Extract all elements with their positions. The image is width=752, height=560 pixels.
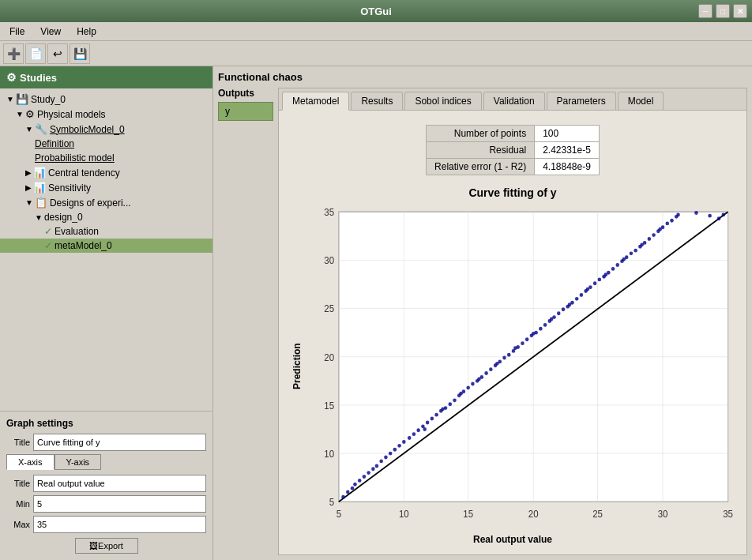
menu-file[interactable]: File: [3, 24, 31, 39]
value-relative-error: 4.18848e-9: [535, 159, 600, 175]
label-metamodel: metaModel_0: [55, 240, 112, 251]
undo-button[interactable]: ↩: [47, 43, 68, 64]
x-axis-tab[interactable]: X-axis: [6, 454, 55, 470]
tree-item-evaluation[interactable]: ✓ Evaluation: [0, 224, 212, 239]
svg-point-99: [652, 233, 656, 237]
svg-point-113: [532, 332, 536, 336]
svg-point-118: [622, 257, 626, 261]
export-label: Export: [98, 541, 123, 551]
svg-point-103: [670, 219, 674, 223]
save-button[interactable]: 💾: [70, 43, 90, 64]
menu-view[interactable]: View: [34, 24, 67, 39]
chart-container: Curve fitting of y Prediction: [285, 183, 740, 548]
tab-model[interactable]: Model: [618, 92, 664, 110]
open-button[interactable]: 📄: [25, 43, 46, 64]
tree-item-metamodel[interactable]: ✓ metaModel_0: [0, 239, 212, 253]
tree-item-symbolic[interactable]: ▼ 🔧 SymbolicModel_0: [0, 122, 212, 137]
chart-svg: 35 30 25 20 15 10 5 5: [303, 202, 737, 531]
new-button[interactable]: ➕: [3, 43, 24, 64]
content-area: Outputs y Metamodel Results Sobol indice…: [218, 88, 747, 555]
maximize-button[interactable]: □: [716, 4, 730, 18]
svg-point-42: [393, 448, 397, 452]
tab-results[interactable]: Results: [351, 92, 403, 110]
close-button[interactable]: ✕: [733, 4, 747, 18]
svg-point-59: [471, 382, 475, 386]
label-relative-error: Relative error (1 - R2): [427, 159, 535, 175]
value-points: 100: [535, 126, 600, 142]
svg-point-44: [402, 440, 406, 444]
svg-point-40: [384, 456, 388, 460]
label-evaluation: Evaluation: [55, 226, 99, 237]
left-panel: ⚙ Studies ▼ 💾 Study_0 ▼ ⚙ Physical model…: [0, 66, 213, 560]
save-icon: 💾: [16, 93, 28, 105]
svg-point-31: [346, 490, 350, 494]
app-title: OTGui: [360, 6, 392, 17]
svg-point-71: [525, 337, 529, 341]
svg-text:10: 10: [399, 509, 409, 520]
tree-item-study0[interactable]: ▼ 💾 Study_0: [0, 92, 212, 107]
outputs-label: Outputs: [218, 88, 273, 99]
tree-item-probabilistic[interactable]: Probabilistic model: [0, 151, 212, 165]
svg-point-90: [611, 267, 615, 271]
svg-point-82: [575, 297, 579, 301]
svg-point-114: [550, 318, 554, 321]
menu-help[interactable]: Help: [70, 24, 103, 39]
svg-point-45: [408, 436, 412, 440]
svg-point-110: [477, 377, 481, 381]
tab-sobol[interactable]: Sobol indices: [404, 92, 481, 110]
title-field-label: Title: [6, 438, 30, 447]
tab-validation[interactable]: Validation: [483, 92, 545, 110]
label-study0: Study_0: [31, 94, 66, 105]
svg-point-109: [459, 392, 463, 396]
svg-point-91: [615, 263, 619, 267]
chart-inner: Prediction: [288, 202, 737, 531]
svg-point-67: [507, 353, 511, 357]
svg-point-43: [397, 444, 401, 448]
tree-item-design0[interactable]: ▼ design_0: [0, 210, 212, 224]
tree-item-physical-models[interactable]: ▼ ⚙ Physical models: [0, 107, 212, 122]
svg-point-41: [389, 452, 393, 456]
svg-text:20: 20: [324, 351, 334, 363]
tree-item-sensitivity[interactable]: ▶ 📊 Sensitivity: [0, 180, 212, 195]
tabs: Metamodel Results Sobol indices Validati…: [279, 88, 746, 111]
svg-point-35: [363, 475, 367, 479]
min-input[interactable]: [33, 495, 206, 513]
info-table: Number of points 100 Residual 2.42331e-5…: [426, 125, 600, 175]
max-input[interactable]: [33, 516, 206, 533]
max-label: Max: [6, 520, 30, 529]
tab-metamodel[interactable]: Metamodel: [282, 92, 349, 111]
title-input[interactable]: [33, 434, 206, 451]
export-icon: 🖼: [89, 541, 98, 551]
tab-content-metamodel: Number of points 100 Residual 2.42331e-5…: [279, 111, 746, 554]
svg-text:30: 30: [324, 255, 334, 266]
svg-text:25: 25: [324, 303, 334, 314]
axis-title-label: Title: [6, 479, 30, 488]
label-probabilistic: Probabilistic model: [35, 152, 115, 163]
svg-text:20: 20: [528, 509, 539, 520]
label-sensitivity: Sensitivity: [48, 182, 91, 194]
output-item-y[interactable]: y: [218, 102, 273, 121]
svg-point-107: [423, 427, 427, 431]
check-icon-eval: ✓: [44, 226, 52, 237]
svg-point-95: [634, 249, 637, 253]
symbolic-icon: 🔧: [35, 123, 47, 135]
svg-point-63: [489, 367, 493, 371]
chart-plot-area: 35 30 25 20 15 10 5 5: [303, 202, 737, 531]
svg-point-34: [358, 479, 362, 483]
arrow-central: ▶: [25, 168, 32, 177]
tree-item-definition[interactable]: Definition: [0, 137, 212, 151]
svg-text:5: 5: [337, 509, 342, 520]
label-points: Number of points: [427, 126, 535, 142]
axis-title-input[interactable]: [33, 475, 206, 492]
minimize-button[interactable]: ─: [698, 4, 713, 18]
title-row: Title: [6, 434, 206, 451]
export-button[interactable]: 🖼 Export: [75, 538, 138, 554]
y-axis-tab[interactable]: Y-axis: [55, 454, 102, 470]
tree-item-central[interactable]: ▶ 📊 Central tendency: [0, 165, 212, 180]
arrow-physical: ▼: [16, 110, 24, 118]
tree-item-designs[interactable]: ▼ 📋 Designs of experi...: [0, 195, 212, 210]
svg-point-50: [431, 417, 434, 421]
svg-point-39: [379, 459, 383, 463]
tab-parameters[interactable]: Parameters: [547, 92, 616, 110]
svg-text:5: 5: [329, 497, 335, 508]
